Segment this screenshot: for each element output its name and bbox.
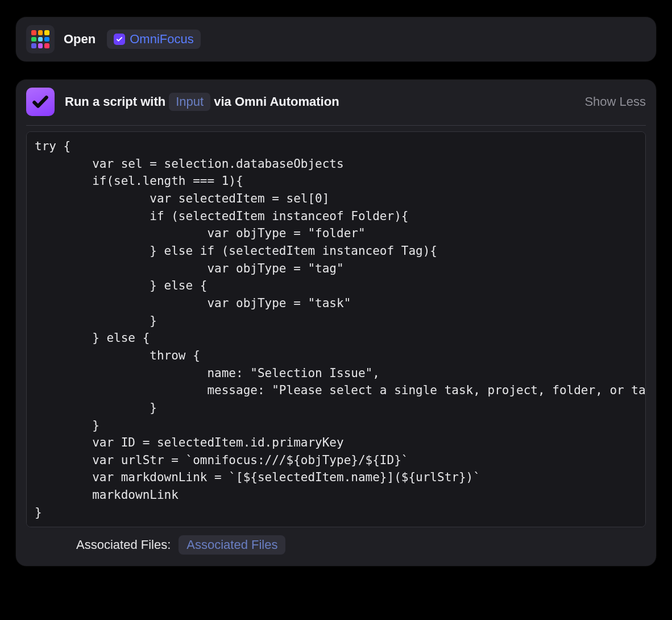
open-app-action-card[interactable]: Open OmniFocus xyxy=(16,17,656,61)
open-label: Open xyxy=(64,32,96,47)
omni-automation-icon xyxy=(26,88,55,116)
app-token-label: OmniFocus xyxy=(130,32,193,47)
show-less-toggle[interactable]: Show Less xyxy=(584,94,646,109)
run-script-action-card[interactable]: Run a script with Input via Omni Automat… xyxy=(16,80,656,566)
app-grid-icon xyxy=(26,25,55,53)
input-token[interactable]: Input xyxy=(169,93,210,111)
action-title: Run a script with Input via Omni Automat… xyxy=(65,93,574,111)
action-title-prefix: Run a script with xyxy=(65,94,165,109)
associated-files-label: Associated Files: xyxy=(76,538,171,552)
action-title-suffix: via Omni Automation xyxy=(214,94,339,109)
header-divider xyxy=(26,125,646,126)
omnifocus-check-icon xyxy=(114,34,125,45)
script-code-input[interactable]: try { var sel = selection.databaseObject… xyxy=(26,131,646,527)
associated-files-row: Associated Files: Associated Files xyxy=(26,535,646,558)
associated-files-token[interactable]: Associated Files xyxy=(179,535,285,555)
app-token[interactable]: OmniFocus xyxy=(107,30,200,49)
